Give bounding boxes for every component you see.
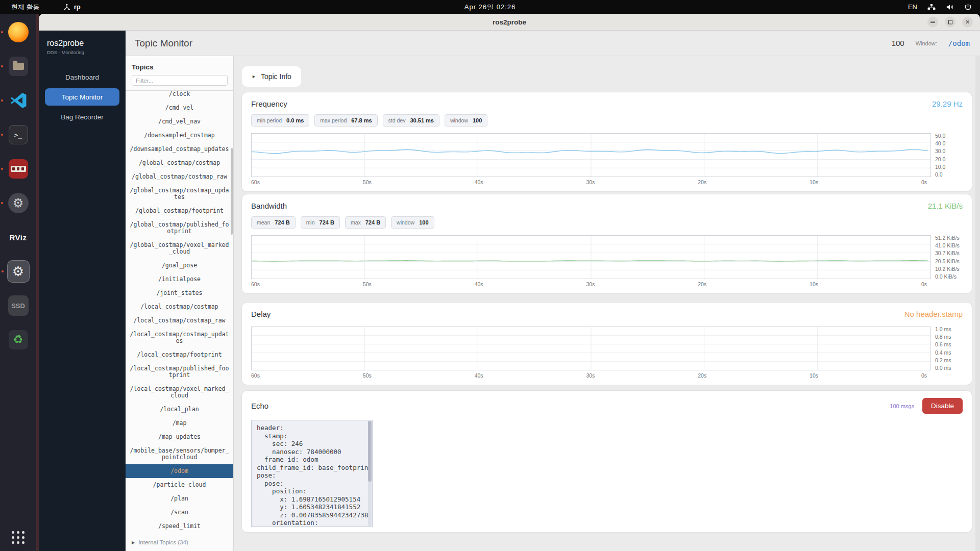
frequency-title: Frequency	[251, 99, 287, 108]
dock-active-app[interactable]: ⚙	[7, 260, 30, 283]
close-button[interactable]: ✕	[962, 17, 973, 28]
running-dot	[1, 31, 3, 33]
minimize-button[interactable]	[927, 17, 938, 28]
show-applications-button[interactable]	[12, 531, 24, 544]
activities-button[interactable]: 현재 활동	[11, 3, 40, 12]
maximize-button[interactable]	[945, 17, 955, 28]
content-area: ► Topic Info Frequency 29.29 Hz	[234, 56, 980, 551]
topic-item[interactable]: /downsampled_costmap_updates	[126, 142, 233, 156]
gnome-topbar: 현재 활동 rp Apr 26일 02:26 EN	[0, 0, 980, 14]
dock-vscode[interactable]	[7, 89, 30, 112]
topic-item[interactable]: /global_costmap/footprint	[126, 204, 233, 218]
sidebar-nav-item[interactable]: Bag Recorder	[45, 108, 119, 126]
sidebar-nav-item[interactable]: Topic Monitor	[45, 88, 119, 106]
frequency-card: Frequency 29.29 Hz min period0.0 msmax p…	[242, 92, 972, 191]
topic-item[interactable]: /clock	[126, 87, 233, 101]
topic-item[interactable]: /cmd_vel	[126, 101, 233, 115]
frequency-chart	[251, 133, 931, 177]
sidebar-nav-item[interactable]: Dashboard	[45, 68, 119, 86]
echo-scrollbar[interactable]	[368, 421, 372, 526]
dock-terminal[interactable]: >_	[7, 123, 30, 146]
topic-item[interactable]: /mobile_base/sensors/bumper_pointcloud	[126, 444, 233, 464]
delay-x-axis: 60s50s40s30s20s10s0s	[251, 372, 927, 379]
topic-item[interactable]: /initialpose	[126, 272, 233, 286]
window-size-label: Window:	[916, 40, 937, 46]
running-dot	[1, 65, 3, 67]
topic-item[interactable]: /global_costmap/costmap_raw	[126, 170, 233, 184]
input-language-indicator[interactable]: EN	[908, 3, 917, 11]
topics-panel-title: Topics	[126, 56, 233, 75]
topic-item[interactable]: /global_costmap/costmap_updates	[126, 184, 233, 204]
topic-item[interactable]: /odom	[126, 464, 233, 478]
dock-rviz[interactable]: RViz	[7, 226, 30, 248]
dock-media-app[interactable]	[7, 158, 30, 180]
internal-topics-expander[interactable]: ▶ Internal Topics (34)	[126, 535, 233, 551]
power-icon[interactable]	[964, 3, 972, 11]
topic-item[interactable]: /scan	[126, 506, 233, 519]
topic-item[interactable]: /local_costmap/costmap	[126, 300, 233, 314]
focused-app-name: rp	[74, 3, 81, 11]
content-scrollbar[interactable]	[975, 56, 980, 551]
stat-chip: max period67.8 ms	[314, 114, 377, 127]
topic-item[interactable]: /local_costmap/costmap_updates	[126, 328, 233, 348]
topic-item[interactable]: /local_costmap/voxel_marked_cloud	[126, 382, 233, 403]
dock-trash[interactable]: ♻	[7, 329, 30, 351]
topic-item[interactable]: /local_costmap/footprint	[126, 348, 233, 362]
bandwidth-title: Bandwidth	[251, 202, 287, 210]
dock-firefox[interactable]	[7, 21, 30, 43]
frequency-x-axis: 60s50s40s30s20s10s0s	[251, 179, 927, 185]
sidebar-nav: DashboardTopic MonitorBag Recorder	[39, 68, 126, 126]
topic-item[interactable]: /local_costmap/costmap_raw	[126, 314, 233, 328]
focused-app-indicator[interactable]: rp	[63, 3, 81, 11]
app-brand-subtitle: DDS · Monitoring	[47, 49, 126, 55]
app-brand: ros2probe	[47, 39, 126, 48]
topic-item[interactable]: /local_costmap/published_footprint	[126, 362, 233, 382]
topic-item[interactable]: /downsampled_costmap	[126, 129, 233, 142]
dock-files[interactable]	[7, 55, 30, 78]
message-count-badge: 100 msgs	[890, 403, 914, 409]
topic-item[interactable]: /map_updates	[126, 430, 233, 444]
rviz-logo: RViz	[10, 233, 27, 242]
topic-item[interactable]: /speed_limit	[126, 519, 233, 533]
delay-chart	[251, 327, 931, 370]
dock-ssd-drive[interactable]: SSD	[7, 294, 30, 317]
running-dot	[1, 168, 3, 170]
vscode-icon	[9, 91, 28, 110]
app-sidebar: ros2probe DDS · Monitoring DashboardTopi…	[39, 31, 126, 551]
echo-title: Echo	[251, 402, 268, 410]
screen: 현재 활동 rp Apr 26일 02:26 EN	[0, 0, 980, 551]
clock[interactable]: Apr 26일 02:26	[464, 3, 516, 12]
topic-item[interactable]: /global_costmap/published_footprint	[126, 218, 233, 238]
ros2probe-window: ros2probe ✕ ros2probe DDS · Monitoring	[39, 14, 980, 551]
topics-scrollbar[interactable]	[231, 148, 233, 235]
stat-chip: window100	[445, 114, 487, 127]
window-size-value[interactable]: 100	[892, 39, 904, 47]
network-icon[interactable]	[927, 4, 936, 11]
topic-item[interactable]: /global_costmap/costmap	[126, 156, 233, 170]
bandwidth-y-axis: 51.2 KiB/s41.0 KiB/s30.7 KiB/s20.5 KiB/s…	[931, 235, 963, 279]
topic-list: /clock/cmd_vel/cmd_vel_nav/downsampled_c…	[126, 87, 233, 535]
topic-item[interactable]: /joint_states	[126, 286, 233, 300]
volume-icon[interactable]	[946, 4, 954, 11]
media-app-icon	[9, 159, 28, 179]
stat-chip: min period0.0 ms	[251, 114, 309, 127]
window-titlebar[interactable]: ros2probe ✕	[39, 14, 980, 31]
disable-echo-button[interactable]: Disable	[922, 398, 963, 414]
bandwidth-x-axis: 60s50s40s30s20s10s0s	[251, 281, 927, 287]
bandwidth-card: Bandwidth 21.1 KiB/s mean724 Bmin724 Bma…	[242, 194, 972, 293]
dock-settings[interactable]: ⚙	[7, 192, 30, 214]
active-app-gear-icon: ⚙	[12, 264, 24, 280]
topic-filter-input[interactable]	[132, 75, 228, 86]
topic-item[interactable]: /local_plan	[126, 403, 233, 416]
topic-item[interactable]: /global_costmap/voxel_marked_cloud	[126, 238, 233, 259]
topic-item[interactable]: /cmd_vel_nav	[126, 115, 233, 129]
running-dot	[1, 99, 3, 102]
bandwidth-value: 21.1 KiB/s	[928, 202, 963, 210]
topic-item[interactable]: /map	[126, 416, 233, 430]
delay-title: Delay	[251, 310, 271, 318]
delay-y-axis: 1.0 ms0.8 ms0.6 ms0.4 ms0.2 ms0.0 ms	[931, 327, 963, 370]
topic-info-expander[interactable]: ► Topic Info	[242, 66, 301, 87]
topic-item[interactable]: /goal_pose	[126, 259, 233, 272]
topic-item[interactable]: /plan	[126, 492, 233, 506]
topic-item[interactable]: /particle_cloud	[126, 478, 233, 492]
